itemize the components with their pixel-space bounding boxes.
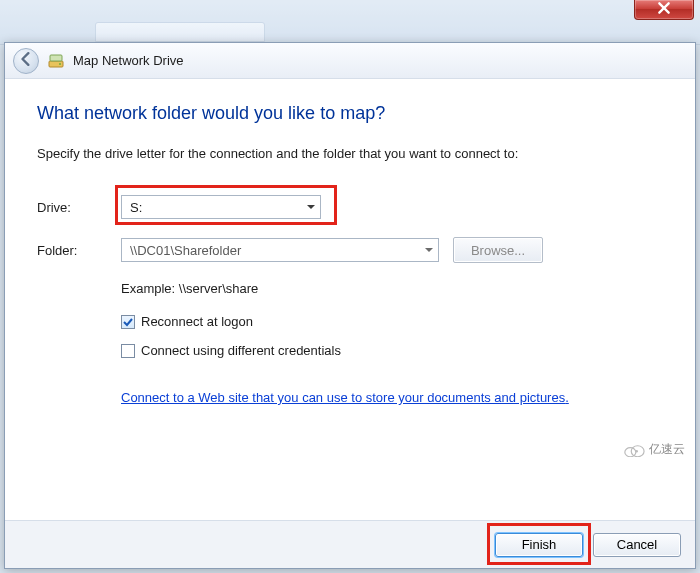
connect-website-link[interactable]: Connect to a Web site that you can use t…	[121, 390, 569, 405]
wizard-title: Map Network Drive	[73, 53, 184, 68]
chevron-down-icon	[306, 202, 316, 212]
reconnect-label: Reconnect at logon	[141, 314, 253, 329]
finish-button[interactable]: Finish	[495, 533, 583, 557]
page-heading: What network folder would you like to ma…	[37, 103, 663, 124]
close-icon	[657, 1, 671, 19]
close-button[interactable]	[634, 0, 694, 20]
watermark: 亿速云	[617, 439, 691, 460]
diffcred-checkbox[interactable]	[121, 344, 135, 358]
folder-combobox[interactable]: \\DC01\Sharefolder	[121, 238, 439, 262]
folder-value: \\DC01\Sharefolder	[130, 243, 241, 258]
reconnect-checkbox[interactable]	[121, 315, 135, 329]
drive-combobox[interactable]: S:	[121, 195, 321, 219]
wizard-footer: Finish Cancel	[5, 520, 695, 568]
page-subtext: Specify the drive letter for the connect…	[37, 146, 663, 161]
wizard-header: Map Network Drive	[5, 43, 695, 79]
svg-point-5	[636, 450, 638, 452]
finish-label: Finish	[522, 537, 557, 552]
checkmark-icon	[123, 317, 133, 327]
cloud-icon	[623, 443, 645, 457]
chevron-down-icon	[424, 245, 434, 255]
watermark-text: 亿速云	[649, 441, 685, 458]
drive-label: Drive:	[37, 200, 107, 215]
wizard-body: What network folder would you like to ma…	[5, 79, 695, 520]
cancel-button[interactable]: Cancel	[593, 533, 681, 557]
back-button[interactable]	[13, 48, 39, 74]
folder-label: Folder:	[37, 243, 107, 258]
back-arrow-icon	[19, 52, 33, 70]
example-text: Example: \\server\share	[121, 281, 663, 296]
drive-value: S:	[130, 200, 142, 215]
drive-icon	[47, 52, 65, 70]
svg-point-2	[59, 63, 61, 65]
browse-button[interactable]: Browse...	[453, 237, 543, 263]
cancel-label: Cancel	[617, 537, 657, 552]
wizard-window: Map Network Drive What network folder wo…	[4, 42, 696, 569]
browse-label: Browse...	[471, 243, 525, 258]
diffcred-label: Connect using different credentials	[141, 343, 341, 358]
background-tab	[95, 22, 265, 42]
svg-rect-1	[50, 55, 62, 61]
